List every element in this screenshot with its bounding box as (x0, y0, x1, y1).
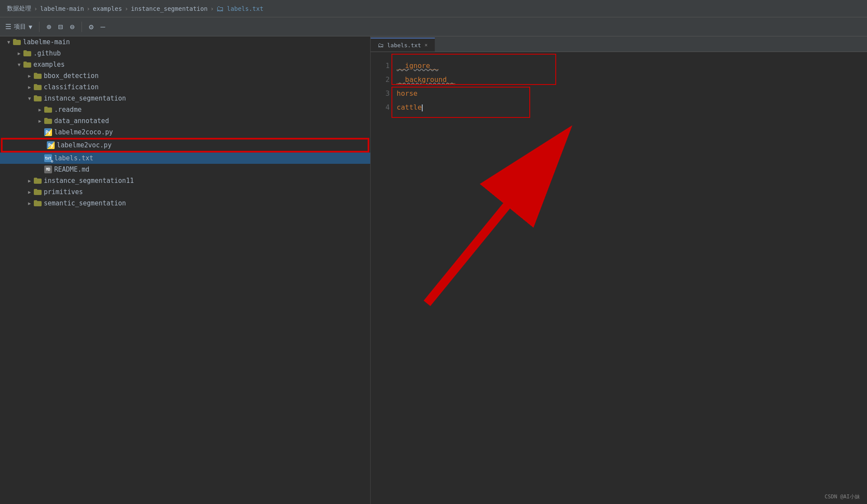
folder-icon-examples (23, 62, 31, 68)
folder-icon-classification (34, 84, 42, 90)
code-text-4: cattle (397, 103, 422, 111)
arrow-examples: ▼ (16, 62, 23, 68)
code-line-1: __ignore__ (397, 59, 867, 73)
breadcrumb-sep-2: › (87, 5, 90, 12)
toolbar-divider-2 (81, 22, 82, 32)
main-layout: ▼ labelme-main ▶ .github ▼ examples ▶ bb… (0, 36, 867, 504)
code-text-3: horse (397, 89, 417, 98)
folder-icon-instance-seg11 (34, 178, 42, 184)
line-num-3: 3 (371, 87, 390, 101)
tree-label-labelme2coco: labelme2coco.py (54, 128, 113, 136)
editor-content: 1 2 3 4 __ignore__ __background__ horse … (371, 52, 867, 504)
tree-label-readme-md: README.md (54, 166, 89, 173)
tree-item-labels-txt[interactable]: ▶ txt ⚙ labels.txt (0, 153, 370, 164)
arrow-labelme-main: ▼ (5, 39, 12, 45)
tree-label-labels-txt: labels.txt (54, 154, 93, 162)
project-section: ☰ 项目 ▼ (5, 23, 32, 31)
folder-icon-github (23, 50, 31, 56)
arrow-data-annotated: ▶ (36, 118, 43, 124)
tree-label-instance-seg11: instance_segmentation11 (44, 177, 134, 185)
toolbar-divider-1 (39, 22, 39, 32)
arrow-semantic-seg: ▶ (26, 201, 33, 206)
breadcrumb: 数据处理 › labelme-main › examples › instanc… (7, 4, 264, 13)
tree-label-semantic-seg: semantic_segmentation (44, 199, 126, 207)
tree-item-readme-md[interactable]: ▶ MD README.md (0, 164, 370, 175)
tab-label: labels.txt (387, 42, 421, 49)
tree-item-bbox[interactable]: ▶ bbox_detection (0, 70, 370, 81)
breadcrumb-item-4: instance_segmentation (131, 5, 208, 12)
align-icon[interactable]: ⊟ (58, 22, 63, 31)
py-icon-labelme2voc: Py (47, 141, 55, 149)
folder-icon-bbox (34, 73, 42, 79)
md-icon-readme: MD (44, 166, 52, 173)
code-line-2: __background__ (397, 73, 867, 87)
code-line-4: cattle (397, 101, 867, 114)
tree-item-data-annotated[interactable]: ▶ data_annotated (0, 115, 370, 127)
arrow-bbox: ▶ (26, 73, 33, 79)
tree-item-labelme2voc[interactable]: ▶ Py labelme2voc.py (2, 139, 368, 152)
file-icon-header: 🗂 (216, 4, 224, 13)
editor-area: 🗂 labels.txt × 1 2 3 4 __ignore__ __ba (371, 36, 867, 504)
tree-item-classification[interactable]: ▶ classification (0, 81, 370, 93)
breadcrumb-sep-1: › (34, 5, 37, 12)
arrow-classification: ▶ (26, 85, 33, 90)
tab-bar: 🗂 labels.txt × (371, 36, 867, 52)
folder-icon-readme (44, 107, 52, 113)
folder-icon-labelme-main (13, 39, 21, 45)
arrow-instance-seg: ▼ (26, 96, 33, 101)
tree-item-semantic-seg[interactable]: ▶ semantic_segmentation (0, 198, 370, 209)
code-area[interactable]: __ignore__ __background__ horse cattle (397, 59, 867, 497)
tree-label-classification: classification (44, 83, 98, 91)
tree-item-readme-folder[interactable]: ▶ .readme (0, 104, 370, 115)
text-cursor (422, 104, 423, 111)
tree-label-labelme2voc: labelme2voc.py (57, 141, 111, 149)
breadcrumb-item-2: labelme-main (40, 5, 84, 12)
project-dropdown-icon[interactable]: ▼ (29, 23, 32, 30)
tree-item-examples[interactable]: ▼ examples (0, 59, 370, 70)
minus-icon[interactable]: — (101, 22, 105, 31)
filter-icon[interactable]: ⊜ (70, 22, 75, 31)
line-num-2: 2 (371, 73, 390, 87)
py-icon-labelme2coco: Py (44, 128, 52, 136)
tab-labels-txt[interactable]: 🗂 labels.txt × (371, 38, 435, 52)
tree-item-instance-seg[interactable]: ▼ instance_segmentation (0, 93, 370, 104)
tab-close-button[interactable]: × (424, 42, 427, 48)
breadcrumb-sep-4: › (210, 5, 214, 12)
arrow-github: ▶ (16, 51, 23, 56)
project-label: 项目 (14, 23, 26, 31)
folder-icon-instance-seg (34, 95, 42, 101)
tree-label-data-annotated: data_annotated (54, 117, 109, 125)
code-line-3: horse (397, 87, 867, 101)
tree-item-labelme-main[interactable]: ▼ labelme-main (0, 36, 370, 48)
sidebar: ▼ labelme-main ▶ .github ▼ examples ▶ bb… (0, 36, 371, 504)
tree-item-github[interactable]: ▶ .github (0, 48, 370, 59)
code-text-1: __ignore__ (397, 62, 438, 70)
tree-label-instance-seg: instance_segmentation (44, 94, 126, 102)
tree-label-github: .github (33, 49, 61, 57)
project-hamburger-icon: ☰ (5, 23, 11, 31)
header: 数据处理 › labelme-main › examples › instanc… (0, 0, 867, 17)
tree-item-instance-seg11[interactable]: ▶ instance_segmentation11 (0, 175, 370, 186)
code-text-2: __background__ (397, 75, 455, 84)
tree-label-examples: examples (33, 61, 65, 68)
arrow-primitives: ▶ (26, 189, 33, 195)
tree-label-labelme-main: labelme-main (23, 38, 70, 46)
breadcrumb-sep-3: › (124, 5, 128, 12)
breadcrumb-item-3: examples (93, 5, 122, 12)
breadcrumb-item-active: 🗂 labels.txt (216, 4, 263, 13)
arrow-instance-seg11: ▶ (26, 178, 33, 184)
folder-icon-primitives (34, 189, 42, 195)
folder-icon-semantic-seg (34, 200, 42, 206)
arrow-readme-folder: ▶ (36, 107, 43, 113)
tree-item-primitives[interactable]: ▶ primitives (0, 186, 370, 198)
tree-label-primitives: primitives (44, 188, 83, 196)
breadcrumb-item-1: 数据处理 (7, 5, 31, 13)
txt-icon-labels: txt ⚙ (44, 154, 52, 162)
settings-icon[interactable]: ⚙ (89, 22, 94, 31)
line-num-4: 4 (371, 101, 390, 114)
add-icon[interactable]: ⊕ (46, 22, 51, 31)
tab-file-icon: 🗂 (378, 42, 384, 49)
watermark: CSDN @AI小妹 (825, 493, 860, 501)
tree-item-labelme2coco[interactable]: ▶ Py labelme2coco.py (0, 127, 370, 138)
folder-icon-data-annotated (44, 118, 52, 124)
